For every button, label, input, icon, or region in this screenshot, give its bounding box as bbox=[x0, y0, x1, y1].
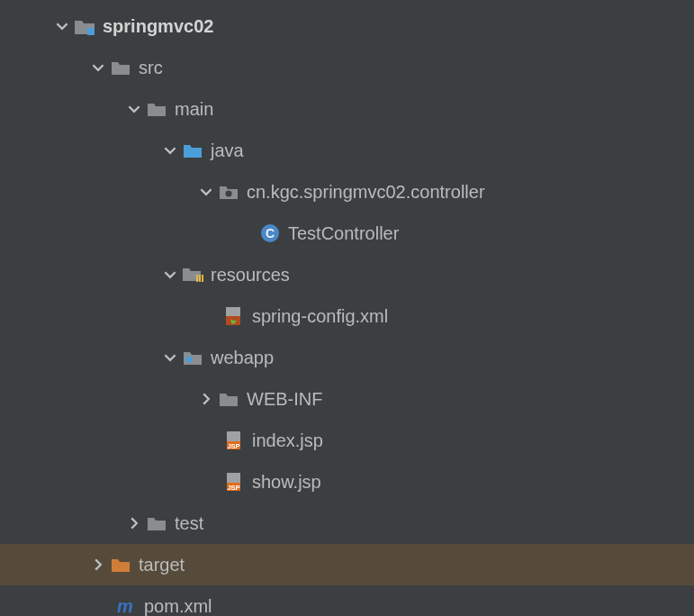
svg-text:m: m bbox=[117, 596, 133, 616]
spring-config-file-icon bbox=[223, 305, 245, 327]
svg-rect-4 bbox=[196, 275, 198, 282]
chevron-down-icon bbox=[162, 144, 178, 157]
jsp-file-icon: JSP bbox=[223, 471, 245, 493]
tree-item-label: main bbox=[175, 99, 213, 120]
folder-icon bbox=[146, 512, 167, 534]
tree-item-label: WEB-INF bbox=[247, 389, 322, 410]
folder-icon bbox=[218, 388, 239, 410]
tree-item-class-testcontroller[interactable]: C TestController bbox=[0, 213, 694, 254]
chevron-down-icon bbox=[198, 186, 214, 198]
tree-item-resources[interactable]: resources bbox=[0, 254, 694, 295]
tree-item-label: index.jsp bbox=[252, 430, 323, 451]
tree-item-label: test bbox=[175, 513, 203, 534]
tree-item-label: resources bbox=[211, 265, 290, 285]
chevron-down-icon bbox=[126, 103, 142, 115]
module-folder-icon bbox=[74, 15, 95, 37]
tree-item-root[interactable]: springmvc02 bbox=[0, 5, 694, 47]
chevron-right-icon bbox=[198, 393, 214, 405]
tree-item-spring-config[interactable]: spring-config.xml bbox=[0, 295, 694, 337]
tree-item-label: show.jsp bbox=[252, 472, 321, 493]
chevron-down-icon bbox=[162, 268, 178, 281]
tree-item-index-jsp[interactable]: JSP index.jsp bbox=[0, 420, 694, 461]
svg-text:JSP: JSP bbox=[227, 484, 239, 492]
resources-folder-icon bbox=[182, 264, 203, 285]
jsp-file-icon: JSP bbox=[223, 430, 245, 451]
folder-icon bbox=[146, 98, 167, 120]
tree-item-webapp[interactable]: webapp bbox=[0, 337, 694, 378]
tree-item-label: webapp bbox=[211, 348, 274, 368]
tree-item-label: src bbox=[139, 58, 163, 78]
svg-rect-6 bbox=[202, 275, 203, 282]
svg-rect-0 bbox=[87, 28, 95, 35]
tree-item-show-jsp[interactable]: JSP show.jsp bbox=[0, 461, 694, 503]
tree-item-java[interactable]: java bbox=[0, 130, 694, 171]
tree-item-pom[interactable]: m pom.xml bbox=[0, 585, 694, 616]
tree-item-package[interactable]: cn.kgc.springmvc02.controller bbox=[0, 171, 694, 213]
folder-icon bbox=[110, 57, 131, 78]
svg-text:C: C bbox=[266, 226, 275, 240]
source-folder-icon bbox=[182, 140, 203, 161]
chevron-down-icon bbox=[90, 61, 106, 74]
tree-item-label: java bbox=[211, 140, 244, 161]
tree-item-label: target bbox=[139, 555, 185, 575]
tree-item-test[interactable]: test bbox=[0, 503, 694, 544]
tree-item-src[interactable]: src bbox=[0, 47, 694, 88]
svg-point-9 bbox=[186, 357, 193, 363]
web-folder-icon bbox=[182, 347, 203, 368]
tree-item-main[interactable]: main bbox=[0, 88, 694, 130]
tree-item-webinf[interactable]: WEB-INF bbox=[0, 378, 694, 420]
tree-item-label: springmvc02 bbox=[103, 16, 213, 37]
svg-point-1 bbox=[226, 191, 232, 197]
tree-item-label: cn.kgc.springmvc02.controller bbox=[247, 182, 485, 203]
class-icon: C bbox=[259, 222, 281, 244]
chevron-down-icon bbox=[162, 351, 178, 364]
svg-rect-5 bbox=[199, 275, 201, 282]
excluded-folder-icon bbox=[110, 554, 131, 575]
svg-text:JSP: JSP bbox=[227, 442, 239, 450]
tree-item-label: TestController bbox=[288, 223, 399, 244]
tree-item-label: pom.xml bbox=[144, 596, 212, 617]
package-icon bbox=[218, 181, 239, 203]
chevron-right-icon bbox=[90, 558, 106, 571]
maven-file-icon: m bbox=[115, 595, 137, 616]
chevron-down-icon bbox=[54, 20, 70, 32]
tree-item-label: spring-config.xml bbox=[252, 306, 388, 327]
tree-item-target[interactable]: target bbox=[0, 544, 694, 585]
chevron-right-icon bbox=[126, 517, 142, 530]
